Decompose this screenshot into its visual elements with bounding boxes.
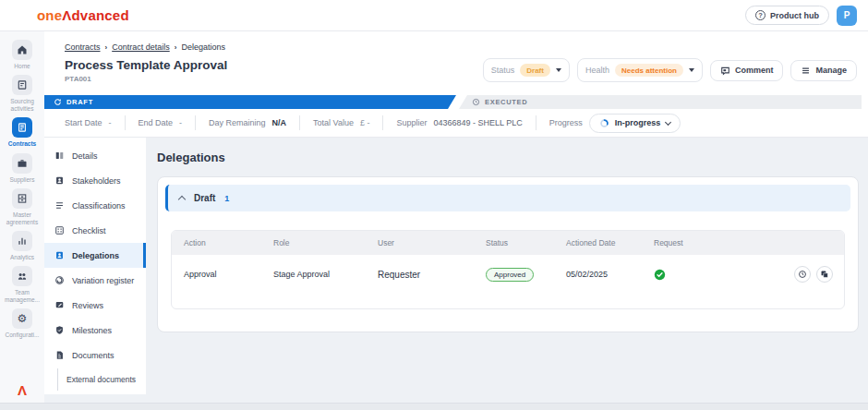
breadcrumb-separator: › xyxy=(175,43,177,52)
cell-actioned-date: 05/02/2025 xyxy=(566,270,654,279)
sidebar-item-sourcing-activities[interactable]: Sourcing activities xyxy=(0,75,44,113)
product-hub-button[interactable]: ? Product hub xyxy=(745,6,829,25)
progress-dropdown[interactable]: In-progress xyxy=(589,114,681,133)
history-icon xyxy=(798,270,807,279)
manage-button[interactable]: Manage xyxy=(790,60,857,81)
stakeholders-icon xyxy=(54,175,65,186)
window-bottom-edge xyxy=(0,403,868,410)
nav-item-delegations[interactable]: Delegations xyxy=(44,243,146,268)
nav-item-checklist[interactable]: Checklist xyxy=(44,218,146,243)
menu-icon xyxy=(801,66,811,76)
master-agreements-icon xyxy=(12,188,32,209)
sidebar-item-analytics[interactable]: Analytics xyxy=(0,231,44,261)
request-approved-check-icon xyxy=(654,269,755,281)
health-dropdown[interactable]: Health Needs attention xyxy=(577,58,703,82)
content-area: Contracts › Contract details › Delegatio… xyxy=(44,31,868,410)
column-user: User xyxy=(378,238,486,247)
refresh-icon xyxy=(54,98,62,106)
contract-summary-bar: Start Date - End Date - Day Remaining N/… xyxy=(44,109,868,138)
chevron-down-icon xyxy=(689,68,694,72)
top-header: oneΛdvanced ? Product hub P xyxy=(0,0,868,31)
approved-status-badge: Approved xyxy=(486,268,534,282)
group-count-badge: 1 xyxy=(224,194,229,203)
nav-item-stakeholders[interactable]: Stakeholders xyxy=(44,168,146,193)
divider xyxy=(195,115,196,130)
progress-field: Progress In-progress xyxy=(549,114,694,133)
table-row: Approval Stage Approval Requester Approv… xyxy=(172,255,844,294)
cell-action: Approval xyxy=(184,270,273,279)
status-dropdown[interactable]: Status Draft xyxy=(483,58,570,82)
team-management-icon xyxy=(12,266,32,286)
checklist-icon xyxy=(54,225,65,235)
end-date-field: End Date - xyxy=(139,118,196,127)
sidebar-item-suppliers[interactable]: Suppliers xyxy=(0,153,44,184)
classifications-icon xyxy=(54,200,65,211)
logo-prefix: one xyxy=(37,7,62,23)
nav-item-classifications[interactable]: Classifications xyxy=(44,193,146,218)
column-request: Request xyxy=(654,238,755,247)
comment-button[interactable]: Comment xyxy=(710,60,784,81)
nav-item-milestones[interactable]: Milestones xyxy=(44,318,146,343)
app-window: oneΛdvanced ? Product hub P Home Sourcin… xyxy=(0,0,868,410)
product-hub-label: Product hub xyxy=(770,11,819,20)
sidebar-item-contracts[interactable]: Contracts xyxy=(0,117,44,148)
document-copy-icon xyxy=(820,270,829,279)
nav-item-variation-register[interactable]: Variation register xyxy=(44,268,146,293)
clock-icon xyxy=(472,98,480,106)
logo-suffix: Λdvanced xyxy=(62,7,128,23)
divider xyxy=(536,115,536,130)
breadcrumb-contracts[interactable]: Contracts xyxy=(65,42,101,52)
start-date-field: Start Date - xyxy=(65,118,125,127)
total-value-field: Total Value £ - xyxy=(313,118,382,127)
nav-item-external-documents[interactable]: External documents xyxy=(44,368,146,392)
request-note-button[interactable] xyxy=(816,266,833,283)
contract-section-nav: Details Stakeholders Classifications Che… xyxy=(44,138,146,394)
delegations-icon xyxy=(54,250,65,260)
details-icon xyxy=(54,151,65,161)
divider xyxy=(125,115,126,130)
history-button[interactable] xyxy=(794,266,811,283)
advanced-logo-mark: Λ xyxy=(18,383,27,397)
sidebar-item-home[interactable]: Home xyxy=(0,40,44,70)
sourcing-activities-icon xyxy=(12,75,32,95)
chevron-up-icon xyxy=(178,195,186,202)
table-header-row: Action Role User Status Actioned Date Re… xyxy=(172,231,844,255)
chevron-down-icon xyxy=(665,118,671,125)
sidebar-item-configuration[interactable]: ⚙ Configurati... xyxy=(0,308,44,339)
primary-sidebar: Home Sourcing activities Contracts Suppl… xyxy=(0,31,44,410)
home-icon xyxy=(12,40,32,60)
delegations-table: Action Role User Status Actioned Date Re… xyxy=(171,230,845,309)
documents-icon xyxy=(54,350,65,360)
draft-accordion-header[interactable]: Draft 1 xyxy=(165,185,850,211)
stage-draft: DRAFT xyxy=(44,95,456,109)
user-avatar[interactable]: P xyxy=(837,6,857,26)
delegations-panel: Delegations Draft 1 Action Role User Sta… xyxy=(146,138,868,407)
breadcrumb-separator: › xyxy=(105,43,108,52)
column-role: Role xyxy=(273,238,378,247)
column-actioned-date: Actioned Date xyxy=(566,238,654,247)
comment-icon xyxy=(720,66,730,76)
sidebar-item-team-management[interactable]: Team manageme... xyxy=(0,266,44,304)
status-label: Status xyxy=(491,66,515,75)
cell-user: Requester xyxy=(378,270,486,280)
contract-reference: PTA001 xyxy=(65,75,227,83)
health-badge: Needs attention xyxy=(615,64,683,77)
section-title: Delegations xyxy=(157,151,859,164)
in-progress-icon xyxy=(599,118,609,128)
divider xyxy=(382,115,383,130)
divider xyxy=(299,115,300,130)
breadcrumb: Contracts › Contract details › Delegatio… xyxy=(44,31,868,52)
nav-item-details[interactable]: Details xyxy=(44,143,146,168)
variation-register-icon xyxy=(54,275,65,285)
day-remaining-field: Day Remaining N/A xyxy=(209,118,299,127)
page-toolbar: Status Draft Health Needs attention Comm… xyxy=(483,58,857,82)
configuration-icon: ⚙ xyxy=(12,308,32,329)
nav-item-documents[interactable]: Documents xyxy=(44,343,146,368)
chevron-down-icon xyxy=(556,68,561,72)
column-status: Status xyxy=(486,238,566,247)
page-title: Process Template Approval xyxy=(65,58,227,72)
breadcrumb-contract-details[interactable]: Contract details xyxy=(112,42,170,52)
nav-item-reviews[interactable]: Reviews xyxy=(44,293,146,318)
supplier-field: Supplier 04366849 - SHELL PLC xyxy=(396,118,535,127)
sidebar-item-master-agreements[interactable]: Master agreements xyxy=(0,188,44,226)
